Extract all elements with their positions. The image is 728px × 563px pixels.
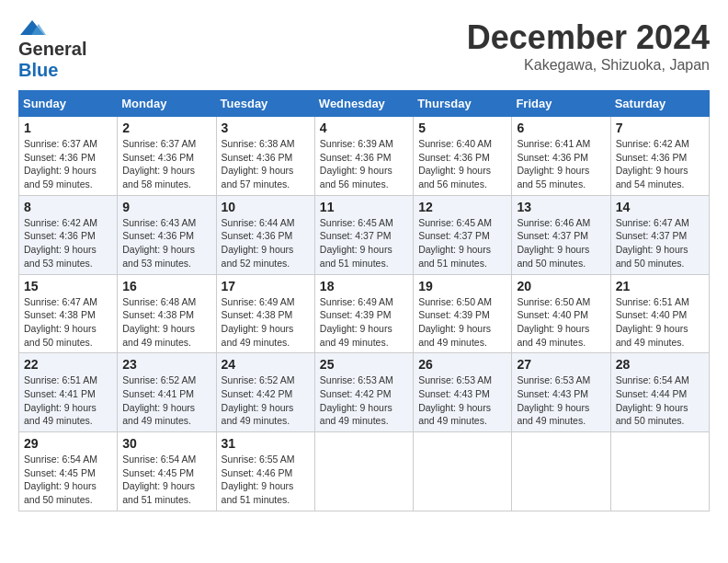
calendar-cell: 18Sunrise: 6:49 AMSunset: 4:39 PMDayligh… [314, 274, 413, 353]
day-number: 23 [122, 357, 210, 372]
calendar-cell: 14Sunrise: 6:47 AMSunset: 4:37 PMDayligh… [610, 195, 709, 274]
calendar-cell: 20Sunrise: 6:50 AMSunset: 4:40 PMDayligh… [512, 274, 610, 353]
day-number: 28 [616, 357, 704, 372]
weekday-header-cell: Thursday [414, 91, 512, 117]
logo-text-blue: Blue [18, 60, 58, 80]
day-number: 17 [222, 279, 310, 293]
day-info: Sunrise: 6:51 AMSunset: 4:41 PMDaylight:… [24, 373, 112, 428]
calendar-cell: 21Sunrise: 6:51 AMSunset: 4:40 PMDayligh… [610, 274, 709, 353]
day-number: 31 [222, 436, 310, 451]
day-info: Sunrise: 6:47 AMSunset: 4:37 PMDaylight:… [616, 216, 704, 270]
day-info: Sunrise: 6:42 AMSunset: 4:36 PMDaylight:… [616, 137, 704, 191]
calendar-cell: 2Sunrise: 6:37 AMSunset: 4:36 PMDaylight… [118, 117, 216, 196]
calendar-cell: 3Sunrise: 6:38 AMSunset: 4:36 PMDaylight… [216, 117, 314, 196]
day-info: Sunrise: 6:48 AMSunset: 4:38 PMDaylight:… [122, 295, 210, 350]
day-number: 9 [122, 200, 210, 214]
day-info: Sunrise: 6:37 AMSunset: 4:36 PMDaylight:… [122, 137, 210, 191]
calendar-week-row: 8Sunrise: 6:42 AMSunset: 4:36 PMDaylight… [19, 195, 710, 274]
day-number: 22 [24, 357, 112, 372]
day-number: 30 [122, 436, 210, 451]
day-info: Sunrise: 6:47 AMSunset: 4:38 PMDaylight:… [24, 295, 112, 350]
day-number: 14 [616, 200, 704, 214]
day-number: 27 [517, 357, 605, 372]
logo-icon [18, 18, 46, 39]
day-info: Sunrise: 6:53 AMSunset: 4:43 PMDaylight:… [517, 373, 605, 428]
day-info: Sunrise: 6:53 AMSunset: 4:42 PMDaylight:… [320, 373, 408, 428]
day-info: Sunrise: 6:51 AMSunset: 4:40 PMDaylight:… [616, 295, 704, 350]
calendar-cell: 17Sunrise: 6:49 AMSunset: 4:38 PMDayligh… [216, 274, 314, 353]
day-info: Sunrise: 6:46 AMSunset: 4:37 PMDaylight:… [517, 216, 605, 270]
weekday-header-cell: Saturday [610, 91, 709, 117]
title-area: December 2024 Kakegawa, Shizuoka, Japan [467, 18, 710, 74]
weekday-header-cell: Tuesday [216, 91, 314, 117]
calendar-cell: 16Sunrise: 6:48 AMSunset: 4:38 PMDayligh… [118, 274, 216, 353]
day-number: 29 [24, 436, 112, 451]
day-info: Sunrise: 6:43 AMSunset: 4:36 PMDaylight:… [122, 216, 210, 270]
day-info: Sunrise: 6:49 AMSunset: 4:39 PMDaylight:… [320, 295, 408, 350]
calendar-cell: 22Sunrise: 6:51 AMSunset: 4:41 PMDayligh… [19, 353, 118, 432]
calendar-cell: 27Sunrise: 6:53 AMSunset: 4:43 PMDayligh… [512, 353, 610, 432]
day-number: 19 [418, 279, 506, 293]
calendar-table: SundayMondayTuesdayWednesdayThursdayFrid… [18, 90, 710, 511]
calendar-cell: 28Sunrise: 6:54 AMSunset: 4:44 PMDayligh… [610, 353, 709, 432]
day-number: 4 [320, 121, 408, 135]
calendar-cell: 15Sunrise: 6:47 AMSunset: 4:38 PMDayligh… [19, 274, 118, 353]
day-info: Sunrise: 6:50 AMSunset: 4:39 PMDaylight:… [418, 295, 506, 350]
calendar-cell: 12Sunrise: 6:45 AMSunset: 4:37 PMDayligh… [414, 195, 512, 274]
day-number: 7 [616, 121, 704, 135]
day-number: 8 [24, 200, 112, 214]
calendar-cell: 7Sunrise: 6:42 AMSunset: 4:36 PMDaylight… [610, 117, 709, 196]
day-info: Sunrise: 6:50 AMSunset: 4:40 PMDaylight:… [517, 295, 605, 350]
day-info: Sunrise: 6:54 AMSunset: 4:45 PMDaylight:… [122, 453, 210, 507]
day-number: 5 [418, 121, 506, 135]
calendar-week-row: 22Sunrise: 6:51 AMSunset: 4:41 PMDayligh… [19, 353, 710, 432]
calendar-cell [610, 432, 709, 511]
calendar-cell: 10Sunrise: 6:44 AMSunset: 4:36 PMDayligh… [216, 195, 314, 274]
calendar-cell: 9Sunrise: 6:43 AMSunset: 4:36 PMDaylight… [118, 195, 216, 274]
weekday-header-cell: Sunday [19, 91, 118, 117]
calendar-cell [512, 432, 610, 511]
day-number: 21 [616, 279, 704, 293]
day-info: Sunrise: 6:37 AMSunset: 4:36 PMDaylight:… [24, 137, 112, 191]
day-info: Sunrise: 6:54 AMSunset: 4:45 PMDaylight:… [24, 453, 112, 507]
calendar-cell: 1Sunrise: 6:37 AMSunset: 4:36 PMDaylight… [19, 117, 118, 196]
day-number: 1 [24, 121, 112, 135]
day-info: Sunrise: 6:39 AMSunset: 4:36 PMDaylight:… [320, 137, 408, 191]
calendar-cell: 4Sunrise: 6:39 AMSunset: 4:36 PMDaylight… [314, 117, 413, 196]
calendar-cell [414, 432, 512, 511]
day-info: Sunrise: 6:41 AMSunset: 4:36 PMDaylight:… [517, 137, 605, 191]
day-info: Sunrise: 6:40 AMSunset: 4:36 PMDaylight:… [418, 137, 506, 191]
day-info: Sunrise: 6:42 AMSunset: 4:36 PMDaylight:… [24, 216, 112, 270]
day-number: 3 [222, 121, 310, 135]
calendar-body: 1Sunrise: 6:37 AMSunset: 4:36 PMDaylight… [19, 117, 710, 511]
day-info: Sunrise: 6:52 AMSunset: 4:42 PMDaylight:… [222, 373, 310, 428]
day-info: Sunrise: 6:45 AMSunset: 4:37 PMDaylight:… [320, 216, 408, 270]
logo-text-general: General [18, 39, 86, 59]
calendar-cell: 25Sunrise: 6:53 AMSunset: 4:42 PMDayligh… [314, 353, 413, 432]
calendar-cell: 26Sunrise: 6:53 AMSunset: 4:43 PMDayligh… [414, 353, 512, 432]
month-title: December 2024 [467, 18, 710, 57]
calendar-week-row: 1Sunrise: 6:37 AMSunset: 4:36 PMDaylight… [19, 117, 710, 196]
calendar-cell: 19Sunrise: 6:50 AMSunset: 4:39 PMDayligh… [414, 274, 512, 353]
day-info: Sunrise: 6:49 AMSunset: 4:38 PMDaylight:… [222, 295, 310, 350]
day-number: 12 [418, 200, 506, 214]
day-info: Sunrise: 6:55 AMSunset: 4:46 PMDaylight:… [222, 453, 310, 507]
day-number: 25 [320, 357, 408, 372]
day-number: 15 [24, 279, 112, 293]
page-header: General Blue December 2024 Kakegawa, Shi… [18, 18, 710, 81]
calendar-cell: 11Sunrise: 6:45 AMSunset: 4:37 PMDayligh… [314, 195, 413, 274]
day-number: 18 [320, 279, 408, 293]
day-number: 16 [122, 279, 210, 293]
calendar-cell: 13Sunrise: 6:46 AMSunset: 4:37 PMDayligh… [512, 195, 610, 274]
calendar-cell [314, 432, 413, 511]
calendar-cell: 23Sunrise: 6:52 AMSunset: 4:41 PMDayligh… [118, 353, 216, 432]
calendar-week-row: 29Sunrise: 6:54 AMSunset: 4:45 PMDayligh… [19, 432, 710, 511]
day-number: 2 [122, 121, 210, 135]
day-info: Sunrise: 6:52 AMSunset: 4:41 PMDaylight:… [122, 373, 210, 428]
day-info: Sunrise: 6:53 AMSunset: 4:43 PMDaylight:… [418, 373, 506, 428]
day-number: 20 [517, 279, 605, 293]
calendar-cell: 24Sunrise: 6:52 AMSunset: 4:42 PMDayligh… [216, 353, 314, 432]
location-title: Kakegawa, Shizuoka, Japan [467, 57, 710, 74]
calendar-cell: 29Sunrise: 6:54 AMSunset: 4:45 PMDayligh… [19, 432, 118, 511]
day-number: 11 [320, 200, 408, 214]
